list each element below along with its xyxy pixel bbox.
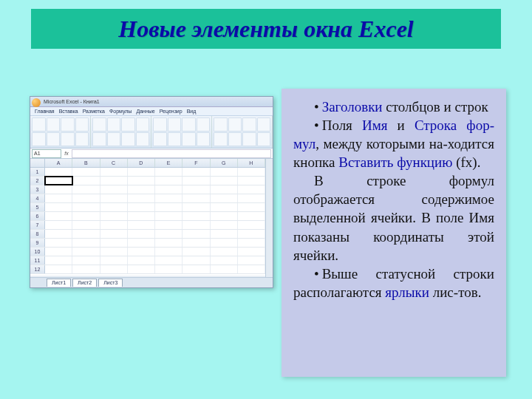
cell (155, 185, 183, 194)
cell (155, 177, 183, 185)
cell (100, 248, 128, 256)
bullet-1: Заголовки столбцов и строк (293, 98, 494, 116)
slide-title-bar: Новые элементы окна Excel (31, 9, 501, 49)
ribbon-tab: Вид (187, 109, 197, 114)
cell (155, 239, 183, 247)
cell (238, 265, 265, 273)
cell (128, 256, 155, 265)
text: и (387, 117, 414, 133)
cell (211, 256, 238, 265)
cell (183, 248, 210, 256)
cell (183, 239, 210, 247)
cell (128, 239, 155, 247)
cell (72, 203, 100, 211)
name-box: A1 (32, 149, 61, 158)
cell (238, 230, 265, 238)
highlight: Заголовки (322, 99, 383, 115)
cell (211, 168, 238, 176)
cell (183, 265, 210, 273)
excel-formula-bar: A1 fx (30, 149, 273, 159)
cell (183, 221, 210, 229)
cell (45, 239, 72, 247)
row-header: 4 (30, 194, 45, 202)
cell (100, 177, 128, 185)
col-header: C (100, 159, 128, 167)
cell (238, 203, 265, 211)
ribbon-tab: Вставка (59, 109, 78, 114)
row-header: 11 (30, 256, 45, 265)
cell (183, 185, 210, 194)
bullet-2: Поля Имя и Строка фор-мул, между которым… (293, 116, 494, 171)
bullet-4: Выше статусной строки располагаются ярлы… (293, 265, 494, 301)
grid-row: 11 (30, 256, 265, 265)
row-header: 3 (30, 185, 45, 194)
cell (100, 239, 128, 247)
cell (211, 185, 238, 194)
cell (45, 194, 72, 202)
cell (100, 194, 128, 202)
sheet-tab: Лист2 (72, 279, 97, 287)
excel-grid: A B C D E F G H 123456789101112 (30, 159, 265, 276)
text: (fx). (452, 154, 480, 170)
highlight: Имя (362, 117, 387, 133)
grid-row: 5 (30, 203, 265, 212)
col-header: A (45, 159, 72, 167)
cell (155, 203, 183, 211)
col-header: F (183, 159, 210, 167)
content-area: Microsoft Excel - Книга1 Главная Вставка… (26, 89, 506, 377)
cell (128, 177, 155, 185)
vertical-scrollbar (265, 159, 273, 277)
cell (211, 221, 238, 229)
ribbon-tab: Главная (35, 109, 55, 114)
cell (128, 265, 155, 273)
grid-row: 6 (30, 212, 265, 221)
grid-row: 1 (30, 168, 265, 177)
column-headers: A B C D E F G H (30, 159, 265, 168)
ribbon-tab: Разметка (83, 109, 105, 114)
cell (45, 203, 72, 211)
cell (72, 265, 100, 273)
cell (238, 212, 265, 220)
highlight: Вставить функцию (338, 154, 452, 170)
cell (72, 248, 100, 256)
ribbon-tab: Рецензир (160, 109, 183, 114)
cell (211, 248, 238, 256)
row-header: 10 (30, 248, 45, 256)
row-header: 1 (30, 168, 45, 176)
cell (100, 230, 128, 238)
cell (45, 256, 72, 265)
cell (183, 177, 210, 185)
cell (72, 221, 100, 229)
left-column: Microsoft Excel - Книга1 Главная Вставка… (26, 89, 277, 377)
cell (128, 168, 155, 176)
grid-row: 12 (30, 265, 265, 274)
col-header: G (211, 159, 238, 167)
grid-row: 2 (30, 177, 265, 185)
sheet-tab: Лист1 (47, 279, 71, 287)
cell (238, 221, 265, 229)
cell (100, 256, 128, 265)
cell (238, 194, 265, 202)
cell (155, 230, 183, 238)
cell (100, 221, 128, 229)
cell (211, 230, 238, 238)
excel-titlebar: Microsoft Excel - Книга1 (30, 97, 273, 107)
cell (183, 168, 210, 176)
cell (128, 185, 155, 194)
grid-rows: 123456789101112 (30, 168, 265, 276)
cell (155, 221, 183, 229)
cell (155, 168, 183, 176)
grid-row: 4 (30, 194, 265, 203)
grid-row: 7 (30, 221, 265, 230)
cell (72, 212, 100, 220)
cell (45, 212, 72, 220)
cell (45, 230, 72, 238)
corner-cell (30, 159, 45, 167)
cell (128, 221, 155, 229)
cell (45, 221, 72, 229)
cell (128, 203, 155, 211)
cell (100, 168, 128, 176)
grid-row: 10 (30, 248, 265, 256)
sheet-tabs-bar: Лист1 Лист2 Лист3 (30, 277, 273, 287)
paragraph-3: В строке формул отображается содержимое … (293, 171, 494, 264)
